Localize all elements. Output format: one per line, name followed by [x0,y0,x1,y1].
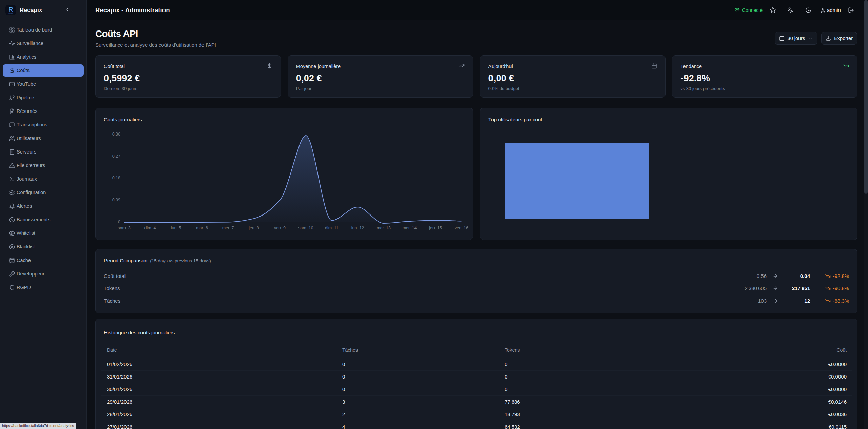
svg-text:ven. 9: ven. 9 [274,226,286,230]
svg-text:sam. 10: sam. 10 [298,226,313,230]
svg-text:dim. 11: dim. 11 [325,226,339,230]
svg-text:jeu. 8: jeu. 8 [248,226,259,230]
svg-text:mar. 13: mar. 13 [377,226,391,230]
svg-text:jeu. 15: jeu. 15 [429,226,442,230]
svg-text:0.36: 0.36 [112,132,120,137]
svg-text:mar. 6: mar. 6 [196,226,208,230]
svg-text:0: 0 [118,220,120,224]
svg-text:sam. 3: sam. 3 [118,226,131,230]
svg-text:mer. 14: mer. 14 [403,226,417,230]
svg-text:dim. 4: dim. 4 [144,226,156,230]
svg-text:0.27: 0.27 [112,154,120,159]
svg-text:0.09: 0.09 [112,198,120,202]
svg-text:mer. 7: mer. 7 [222,226,234,230]
svg-text:lun. 5: lun. 5 [171,226,181,230]
svg-text:ven. 16: ven. 16 [455,226,468,230]
svg-text:lun. 12: lun. 12 [351,226,364,230]
svg-text:0.18: 0.18 [112,176,120,180]
